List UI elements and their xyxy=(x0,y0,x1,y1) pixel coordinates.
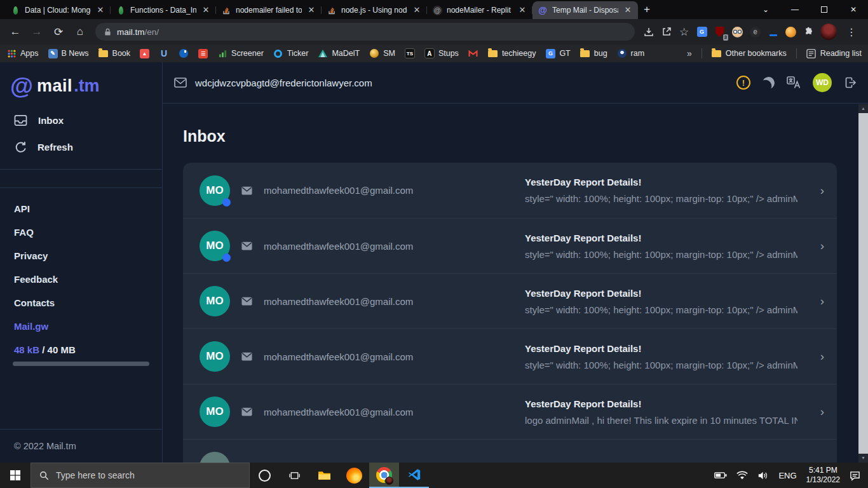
tab-close-icon[interactable]: ✕ xyxy=(95,5,105,15)
tab-close-icon[interactable]: ✕ xyxy=(306,5,316,15)
scroll-down-icon[interactable]: ▼ xyxy=(861,454,865,463)
orange-extension-icon[interactable] xyxy=(785,26,797,38)
tab-title: Data | Cloud: MongoD xyxy=(25,6,91,15)
bookmark-ts[interactable]: TS xyxy=(405,48,415,58)
warning-icon[interactable]: ! xyxy=(736,76,750,90)
email-row-6[interactable]: YO DEV Community Confirmation instructio… xyxy=(183,439,837,463)
logout-icon[interactable] xyxy=(844,76,857,89)
bookmark-star-icon[interactable]: ☆ xyxy=(678,26,690,38)
bookmark-ram[interactable]: ram xyxy=(617,48,645,58)
sidebar-link-feedback[interactable]: Feedback xyxy=(0,268,162,291)
extensions-puzzle-icon[interactable] xyxy=(803,26,815,38)
reload-button[interactable]: ⟳ xyxy=(48,22,69,42)
clock-date: 1/13/2022 xyxy=(806,475,840,485)
file-explorer-button[interactable] xyxy=(309,463,339,488)
bookmark-screener[interactable]: Screener xyxy=(217,48,264,58)
browser-profile-avatar[interactable] xyxy=(820,24,837,40)
tab-stackoverflow-nodejs[interactable]: node.js - Using noden ✕ xyxy=(322,1,427,19)
language-translate-icon[interactable] xyxy=(787,76,801,89)
new-tab-button[interactable]: + xyxy=(638,1,656,18)
email-subject: YesterDay Report Details! xyxy=(525,288,797,299)
scroll-up-icon[interactable]: ▲ xyxy=(861,104,865,113)
home-button[interactable]: ⌂ xyxy=(70,22,90,42)
cortana-button[interactable] xyxy=(250,463,280,488)
address-bar[interactable]: mail.tm/en/ xyxy=(95,23,635,41)
email-row-4[interactable]: MO mohamedthawfeek001@gmail.com YesterDa… xyxy=(183,329,837,384)
chrome-button[interactable] xyxy=(369,463,399,488)
window-restore-button[interactable] xyxy=(810,0,839,19)
avatar-extension-icon[interactable] xyxy=(731,26,743,38)
window-close-button[interactable]: ✕ xyxy=(839,0,868,19)
browser-menu-icon[interactable]: ⋮ xyxy=(843,26,860,38)
tab-close-icon[interactable]: ✕ xyxy=(517,5,527,15)
window-minimize-button[interactable]: — xyxy=(780,0,810,19)
wifi-icon[interactable] xyxy=(736,471,748,480)
underscore-extension-icon[interactable] xyxy=(767,26,779,38)
taskbar-search-input[interactable]: Type here to search xyxy=(31,463,250,488)
sidebar-item-refresh[interactable]: Refresh xyxy=(0,133,162,160)
tab-close-icon[interactable]: ✕ xyxy=(412,5,422,15)
bookmark-todoist[interactable]: ☰ xyxy=(198,49,208,58)
sidebar-link-api[interactable]: API xyxy=(0,197,162,220)
bookmark-apps[interactable]: Apps xyxy=(6,48,39,58)
lock-icon[interactable] xyxy=(104,28,111,36)
bookmark-book-folder[interactable]: Book xyxy=(98,48,131,58)
dark-e-extension-icon[interactable]: e xyxy=(749,26,761,38)
tab-search-chevron-icon[interactable]: ⌄ xyxy=(751,0,780,19)
sidebar-item-inbox[interactable]: Inbox xyxy=(0,107,162,133)
sender-name[interactable]: DEV Community xyxy=(241,462,316,463)
page-scrollbar[interactable]: ▲ ▼ xyxy=(858,104,868,463)
user-avatar[interactable]: WD xyxy=(813,73,832,92)
language-indicator[interactable]: ENG xyxy=(778,471,796,480)
forward-button[interactable]: → xyxy=(27,22,47,42)
bookmark-blue-planet[interactable] xyxy=(179,48,189,58)
sidebar-link-contacts[interactable]: Contacts xyxy=(0,291,162,315)
tab-replit[interactable]: @ nodeMailer - Replit ✕ xyxy=(427,1,532,19)
taskbar-clock[interactable]: 5:41 PM 1/13/2022 xyxy=(806,466,840,485)
bookmark-stups[interactable]: A Stups xyxy=(424,48,459,58)
mailtm-logo[interactable]: @ mail .tm xyxy=(0,62,162,107)
current-email-address[interactable]: wdcjdwzcvpbagtd@frederictonlawyer.com xyxy=(195,78,372,88)
email-row-5[interactable]: MO mohamedthawfeek001@gmail.com YesterDa… xyxy=(183,384,837,439)
battery-icon[interactable] xyxy=(714,471,727,479)
email-row-1[interactable]: MO mohamedthawfeek001@gmail.com YesterDa… xyxy=(183,163,837,218)
other-bookmarks-folder[interactable]: Other bookmarks xyxy=(712,48,787,58)
bookmark-madelt[interactable]: MaDelT xyxy=(318,48,360,58)
email-row-3[interactable]: MO mohamedthawfeek001@gmail.com YesterDa… xyxy=(183,273,837,329)
bookmark-blue-u[interactable]: U xyxy=(159,48,169,58)
bookmark-gt[interactable]: G GT xyxy=(545,48,570,58)
bookmark-ticker[interactable]: Ticker xyxy=(273,48,309,58)
action-center-icon[interactable] xyxy=(850,470,860,481)
sidebar-link-privacy[interactable]: Privacy xyxy=(0,244,162,268)
sidebar-link-mailgw[interactable]: Mail.gw xyxy=(0,315,162,338)
bookmark-bug-folder[interactable]: bug xyxy=(580,48,607,58)
dark-mode-moon-icon[interactable] xyxy=(761,75,776,90)
bookmark-b-news[interactable]: ✎ B News xyxy=(48,49,89,58)
firefox-button[interactable] xyxy=(339,463,369,488)
sidebar-link-faq[interactable]: FAQ xyxy=(0,220,162,244)
bookmark-gmail[interactable] xyxy=(468,48,478,58)
reading-list-button[interactable]: Reading list xyxy=(806,48,862,58)
vscode-button[interactable] xyxy=(399,463,429,488)
tab-tempmail-active[interactable]: @ Temp Mail - Disposab ✕ xyxy=(532,1,638,19)
bookmark-red-arrow[interactable]: ▲ xyxy=(140,49,149,58)
volume-icon[interactable] xyxy=(757,471,769,480)
translate-extension-icon[interactable]: G xyxy=(696,26,708,38)
back-button[interactable]: ← xyxy=(5,22,25,42)
scrollbar-thumb[interactable] xyxy=(858,113,868,454)
tab-close-icon[interactable]: ✕ xyxy=(201,5,211,15)
bookmark-techieegy-folder[interactable]: techieegy xyxy=(488,48,536,58)
tab-mongodb-functions[interactable]: Functions - Data_Inser ✕ xyxy=(111,1,216,19)
tab-close-icon[interactable]: ✕ xyxy=(623,5,633,15)
send-to-device-icon[interactable] xyxy=(642,26,654,38)
email-row-2[interactable]: MO mohamedthawfeek001@gmail.com YesterDa… xyxy=(183,218,837,273)
tab-stackoverflow-nodemailer[interactable]: nodemailer failed to e ✕ xyxy=(216,1,322,19)
ublock-extension-icon[interactable]: 3 xyxy=(714,26,726,38)
bookmark-sm[interactable]: SM xyxy=(369,48,395,58)
start-button[interactable] xyxy=(0,463,31,488)
vscode-icon xyxy=(407,468,421,482)
task-view-button[interactable] xyxy=(280,463,309,488)
tab-mongodb-data[interactable]: Data | Cloud: MongoD ✕ xyxy=(5,1,111,19)
share-icon[interactable] xyxy=(660,26,672,38)
bookmarks-overflow-icon[interactable]: » xyxy=(687,48,692,58)
